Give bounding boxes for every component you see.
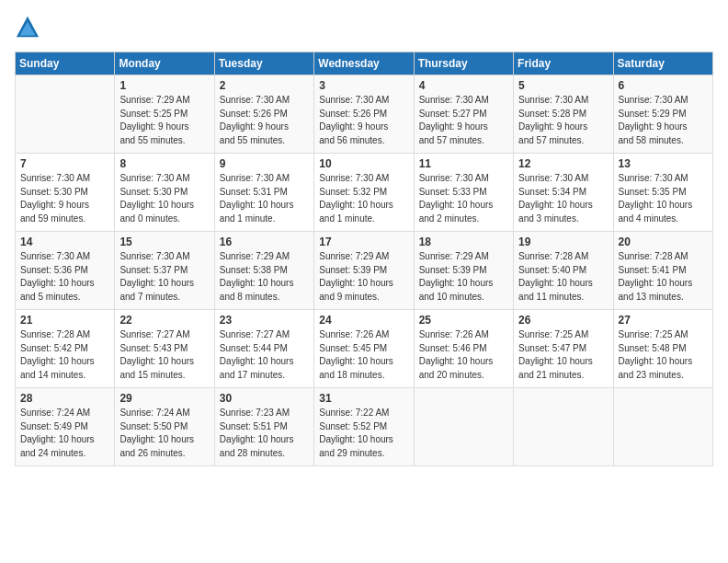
day-info: Sunrise: 7:29 AM Sunset: 5:25 PM Dayligh… [119,94,209,147]
day-number: 10 [319,157,408,170]
calendar-cell [414,388,513,466]
calendar-cell [613,388,712,466]
calendar-header-row: SundayMondayTuesdayWednesdayThursdayFrid… [16,52,713,75]
day-info: Sunrise: 7:30 AM Sunset: 5:30 PM Dayligh… [119,172,209,225]
day-info: Sunrise: 7:30 AM Sunset: 5:33 PM Dayligh… [419,172,508,225]
logo [15,15,44,40]
calendar-cell: 20Sunrise: 7:28 AM Sunset: 5:41 PM Dayli… [613,232,712,310]
calendar-cell: 3Sunrise: 7:30 AM Sunset: 5:26 PM Daylig… [314,75,414,154]
day-number: 16 [220,236,309,248]
day-info: Sunrise: 7:30 AM Sunset: 5:31 PM Dayligh… [220,172,309,225]
week-row-2: 7Sunrise: 7:30 AM Sunset: 5:30 PM Daylig… [16,154,713,232]
calendar-cell: 8Sunrise: 7:30 AM Sunset: 5:30 PM Daylig… [115,154,214,232]
calendar-cell: 13Sunrise: 7:30 AM Sunset: 5:35 PM Dayli… [613,154,712,232]
calendar-cell: 2Sunrise: 7:30 AM Sunset: 5:26 PM Daylig… [214,75,313,154]
day-info: Sunrise: 7:29 AM Sunset: 5:39 PM Dayligh… [419,250,508,304]
column-header-sunday: Sunday [16,52,115,75]
day-info: Sunrise: 7:27 AM Sunset: 5:43 PM Dayligh… [119,328,209,382]
day-info: Sunrise: 7:30 AM Sunset: 5:26 PM Dayligh… [319,94,408,147]
day-number: 9 [220,157,309,170]
week-row-4: 21Sunrise: 7:28 AM Sunset: 5:42 PM Dayli… [16,310,713,388]
logo-icon [15,15,40,40]
day-number: 17 [319,236,408,248]
calendar-cell: 7Sunrise: 7:30 AM Sunset: 5:30 PM Daylig… [16,154,115,232]
calendar-cell: 31Sunrise: 7:22 AM Sunset: 5:52 PM Dayli… [314,388,414,466]
calendar-cell: 25Sunrise: 7:26 AM Sunset: 5:46 PM Dayli… [414,310,513,388]
day-info: Sunrise: 7:24 AM Sunset: 5:50 PM Dayligh… [119,407,209,460]
day-number: 29 [119,392,209,405]
day-number: 2 [220,79,309,92]
calendar-table: SundayMondayTuesdayWednesdayThursdayFrid… [15,52,713,466]
calendar-cell [16,75,115,154]
day-number: 31 [319,392,408,405]
day-info: Sunrise: 7:25 AM Sunset: 5:47 PM Dayligh… [518,328,608,382]
column-header-tuesday: Tuesday [214,52,313,75]
calendar-cell: 17Sunrise: 7:29 AM Sunset: 5:39 PM Dayli… [314,232,414,310]
day-info: Sunrise: 7:30 AM Sunset: 5:29 PM Dayligh… [619,94,708,147]
day-info: Sunrise: 7:27 AM Sunset: 5:44 PM Dayligh… [220,328,309,382]
day-number: 3 [319,79,408,92]
calendar-cell: 27Sunrise: 7:25 AM Sunset: 5:48 PM Dayli… [613,310,712,388]
calendar-cell: 10Sunrise: 7:30 AM Sunset: 5:32 PM Dayli… [314,154,414,232]
column-header-wednesday: Wednesday [314,52,414,75]
column-header-monday: Monday [115,52,214,75]
page-header [15,15,713,40]
column-header-saturday: Saturday [613,52,712,75]
day-info: Sunrise: 7:30 AM Sunset: 5:28 PM Dayligh… [518,94,608,147]
calendar-cell: 14Sunrise: 7:30 AM Sunset: 5:36 PM Dayli… [16,232,115,310]
calendar-cell: 11Sunrise: 7:30 AM Sunset: 5:33 PM Dayli… [414,154,513,232]
day-info: Sunrise: 7:26 AM Sunset: 5:45 PM Dayligh… [319,328,408,382]
day-number: 24 [319,314,408,327]
week-row-1: 1Sunrise: 7:29 AM Sunset: 5:25 PM Daylig… [16,75,713,154]
day-number: 18 [419,236,508,248]
calendar-cell: 26Sunrise: 7:25 AM Sunset: 5:47 PM Dayli… [514,310,613,388]
week-row-3: 14Sunrise: 7:30 AM Sunset: 5:36 PM Dayli… [16,232,713,310]
day-number: 26 [518,314,608,327]
calendar-cell: 16Sunrise: 7:29 AM Sunset: 5:38 PM Dayli… [214,232,313,310]
day-info: Sunrise: 7:30 AM Sunset: 5:34 PM Dayligh… [518,172,608,225]
calendar-cell: 4Sunrise: 7:30 AM Sunset: 5:27 PM Daylig… [414,75,513,154]
day-number: 30 [220,392,309,405]
day-info: Sunrise: 7:26 AM Sunset: 5:46 PM Dayligh… [419,328,508,382]
day-info: Sunrise: 7:30 AM Sunset: 5:37 PM Dayligh… [119,250,209,304]
day-info: Sunrise: 7:30 AM Sunset: 5:32 PM Dayligh… [319,172,408,225]
calendar-cell [514,388,613,466]
day-number: 20 [619,236,708,248]
calendar-cell: 28Sunrise: 7:24 AM Sunset: 5:49 PM Dayli… [16,388,115,466]
day-info: Sunrise: 7:30 AM Sunset: 5:36 PM Dayligh… [20,250,109,304]
calendar-cell: 18Sunrise: 7:29 AM Sunset: 5:39 PM Dayli… [414,232,513,310]
day-number: 21 [20,314,109,327]
calendar-cell: 15Sunrise: 7:30 AM Sunset: 5:37 PM Dayli… [115,232,214,310]
day-info: Sunrise: 7:24 AM Sunset: 5:49 PM Dayligh… [20,407,109,460]
calendar-cell: 30Sunrise: 7:23 AM Sunset: 5:51 PM Dayli… [214,388,313,466]
calendar-cell: 12Sunrise: 7:30 AM Sunset: 5:34 PM Dayli… [514,154,613,232]
calendar-cell: 22Sunrise: 7:27 AM Sunset: 5:43 PM Dayli… [115,310,214,388]
calendar-cell: 6Sunrise: 7:30 AM Sunset: 5:29 PM Daylig… [613,75,712,154]
day-number: 8 [119,157,209,170]
column-header-friday: Friday [514,52,613,75]
calendar-cell: 24Sunrise: 7:26 AM Sunset: 5:45 PM Dayli… [314,310,414,388]
day-info: Sunrise: 7:22 AM Sunset: 5:52 PM Dayligh… [319,407,408,460]
calendar-cell: 21Sunrise: 7:28 AM Sunset: 5:42 PM Dayli… [16,310,115,388]
calendar-cell: 1Sunrise: 7:29 AM Sunset: 5:25 PM Daylig… [115,75,214,154]
day-number: 6 [619,79,708,92]
calendar-cell: 19Sunrise: 7:28 AM Sunset: 5:40 PM Dayli… [514,232,613,310]
day-info: Sunrise: 7:30 AM Sunset: 5:35 PM Dayligh… [619,172,708,225]
calendar-cell: 29Sunrise: 7:24 AM Sunset: 5:50 PM Dayli… [115,388,214,466]
day-number: 15 [119,236,209,248]
day-info: Sunrise: 7:30 AM Sunset: 5:26 PM Dayligh… [220,94,309,147]
day-number: 27 [619,314,708,327]
calendar-cell: 9Sunrise: 7:30 AM Sunset: 5:31 PM Daylig… [214,154,313,232]
day-info: Sunrise: 7:29 AM Sunset: 5:38 PM Dayligh… [220,250,309,304]
day-number: 11 [419,157,508,170]
calendar-cell: 23Sunrise: 7:27 AM Sunset: 5:44 PM Dayli… [214,310,313,388]
day-info: Sunrise: 7:30 AM Sunset: 5:27 PM Dayligh… [419,94,508,147]
calendar-cell: 5Sunrise: 7:30 AM Sunset: 5:28 PM Daylig… [514,75,613,154]
calendar-body: 1Sunrise: 7:29 AM Sunset: 5:25 PM Daylig… [16,75,713,466]
day-number: 5 [518,79,608,92]
day-number: 7 [20,157,109,170]
day-number: 1 [119,79,209,92]
day-number: 25 [419,314,508,327]
week-row-5: 28Sunrise: 7:24 AM Sunset: 5:49 PM Dayli… [16,388,713,466]
column-header-thursday: Thursday [414,52,513,75]
